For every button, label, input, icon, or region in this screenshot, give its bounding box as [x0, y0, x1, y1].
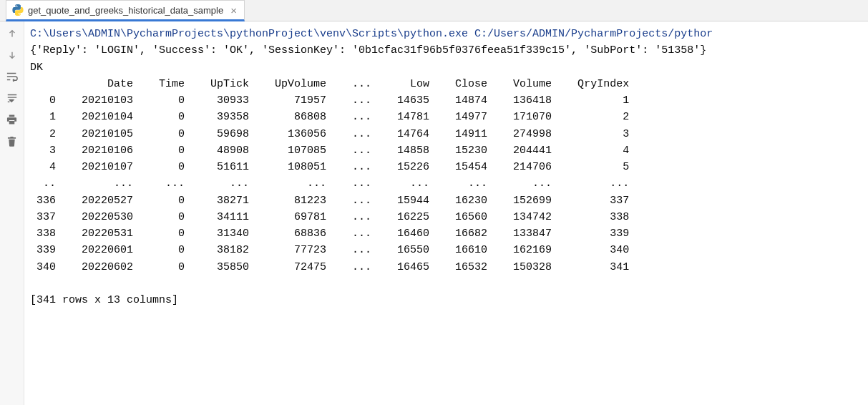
tab-label: get_quote_and_greeks_historical_data_sam… — [28, 5, 223, 16]
dataframe-output: Date Time UpTick UpVolume ... Low Close … — [30, 76, 868, 275]
console-gutter — [0, 21, 24, 405]
close-icon[interactable]: × — [230, 5, 237, 16]
console-output[interactable]: C:\Users\ADMIN\PycharmProjects\pythonPro… — [24, 21, 868, 405]
dataframe-summary: [341 rows x 13 columns] — [30, 292, 868, 308]
output-line: DK — [30, 59, 868, 76]
tab-bar: get_quote_and_greeks_historical_data_sam… — [0, 0, 868, 21]
trash-icon[interactable] — [4, 133, 20, 149]
soft-wrap-icon[interactable] — [4, 69, 20, 84]
python-icon — [12, 4, 24, 16]
scroll-to-end-icon[interactable] — [4, 90, 20, 106]
interpreter-path: C:\Users\ADMIN\PycharmProjects\pythonPro… — [30, 26, 868, 42]
login-reply-line: {'Reply': 'LOGIN', 'Success': 'OK', 'Ses… — [30, 42, 868, 59]
arrow-down-icon[interactable] — [4, 47, 20, 63]
print-icon[interactable] — [4, 112, 20, 127]
tab-run-config[interactable]: get_quote_and_greeks_historical_data_sam… — [6, 0, 245, 21]
arrow-up-icon[interactable] — [4, 26, 20, 42]
